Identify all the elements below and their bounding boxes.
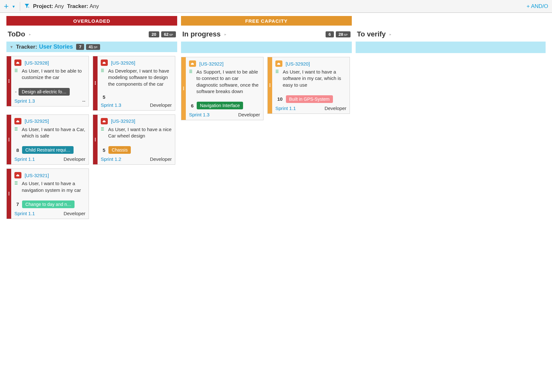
card-assignee[interactable]: Developer <box>150 102 172 108</box>
board: OVERLOADED ToDo ▸ 20 62SP ▼ Tracker: Use… <box>0 13 552 222</box>
filter-project-value[interactable]: Any <box>54 3 64 10</box>
sp-badge: 28SP <box>336 31 351 37</box>
card-id[interactable]: [US-32921] <box>25 173 49 178</box>
column-title: To verify <box>357 30 386 38</box>
card-sprint[interactable]: Sprint 1.1 <box>14 156 35 162</box>
card-assignee[interactable]: Developer <box>150 156 172 162</box>
card-id[interactable]: [US-32926] <box>111 60 135 66</box>
swimlane-spacer <box>181 42 352 53</box>
card-sprint[interactable]: Sprint 1.3 <box>101 102 121 108</box>
card-id[interactable]: [US-32922] <box>199 61 224 67</box>
swimlane-count: 7 <box>76 44 84 50</box>
column-header-inprogress: In progress ▸ 6 28SP <box>181 26 352 42</box>
card-description: As User, I want to have a Car, which is … <box>22 126 85 139</box>
add-andor-button[interactable]: + AND/O <box>526 3 548 10</box>
chevron-down-icon[interactable]: ▾ <box>12 4 15 9</box>
card-id[interactable]: [US-32920] <box>286 61 310 67</box>
card-stripe[interactable]: ••• <box>7 169 11 219</box>
card[interactable]: ••• [US-32921] ☰ As User, I want to have… <box>6 169 89 219</box>
column-todo: OVERLOADED ToDo ▸ 20 62SP ▼ Tracker: Use… <box>6 16 177 219</box>
card-tag[interactable]: Child Restraint requi… <box>22 146 74 154</box>
filter-icon[interactable]: + <box>24 3 30 10</box>
card-id[interactable]: [US-32923] <box>111 118 135 124</box>
card-id[interactable]: [US-32928] <box>25 60 49 66</box>
column-title: ToDo <box>8 30 25 38</box>
card-description: As User, I want to have a navigation sys… <box>22 180 85 193</box>
drag-handle-icon[interactable]: ••• <box>95 81 96 85</box>
card-points: 5 <box>103 94 105 100</box>
cloud-icon <box>101 59 108 66</box>
filter-tracker-value[interactable]: Any <box>90 3 99 10</box>
divider <box>20 2 20 11</box>
card-assignee[interactable]: Developer <box>325 106 346 111</box>
card-assignee[interactable]: -- <box>82 98 85 104</box>
capacity-free: FREE CAPACITY <box>181 16 352 26</box>
card[interactable]: ••• [US-32920] ☰ As User, I want to have… <box>267 57 350 114</box>
card-tag[interactable]: Chassis <box>108 146 131 154</box>
swimlane-header[interactable]: ▼ Tracker: User Stories 7 41SP <box>6 42 177 52</box>
column-toverify: To verify ▸ <box>356 16 546 57</box>
card-assignee[interactable]: Developer <box>238 112 260 117</box>
card-sprint[interactable]: Sprint 1.3 <box>14 98 35 104</box>
filter-project-label: Project: <box>33 3 53 10</box>
card[interactable]: ••• [US-32925] ☰ As User, I want to have… <box>6 114 89 165</box>
drag-handle-icon[interactable]: ••• <box>183 87 184 90</box>
card-points: 6 <box>191 103 193 108</box>
card-stripe[interactable]: ••• <box>268 57 272 114</box>
cloud-icon <box>14 118 21 124</box>
card-stripe[interactable]: ••• <box>93 115 98 165</box>
drag-handle-icon[interactable]: ••• <box>95 138 96 142</box>
card-description: As User, I want to have a nice Car wheel… <box>108 126 172 139</box>
card[interactable]: ••• [US-32928] ☰ As User, I want to be a… <box>6 56 89 106</box>
column-inprogress: FREE CAPACITY In progress ▸ 6 28SP ••• [… <box>181 16 352 120</box>
card-points: 10 <box>277 96 283 102</box>
card-sprint[interactable]: Sprint 1.1 <box>14 211 35 216</box>
list-icon: ☰ <box>101 127 104 139</box>
card-stripe[interactable]: ••• <box>93 56 98 110</box>
card-stripe[interactable]: ••• <box>181 57 186 120</box>
card-assignee[interactable]: Developer <box>64 211 85 216</box>
svg-text:+: + <box>28 6 29 9</box>
cards-inprogress: ••• [US-32922] ☰ As Support, I want to b… <box>181 57 352 120</box>
card-tag[interactable]: Built in GPS-System <box>286 95 333 103</box>
expand-icon[interactable]: ▸ <box>225 32 226 36</box>
card[interactable]: ••• [US-32923] ☰ As User, I want to have… <box>93 114 175 165</box>
column-header-toverify: To verify ▸ <box>356 26 546 42</box>
count-badge: 6 <box>326 31 334 37</box>
card[interactable]: ••• [US-32926] ☰ As Developer, I want to… <box>93 56 175 111</box>
card-points: 5 <box>103 147 105 153</box>
cloud-icon <box>14 172 21 178</box>
swimlane-value[interactable]: User Stories <box>39 43 73 50</box>
drag-handle-icon[interactable]: ••• <box>8 79 10 83</box>
swimlane-sp: 41SP <box>86 44 100 50</box>
cards-todo: ••• [US-32928] ☰ As User, I want to be a… <box>6 56 177 219</box>
card-stripe[interactable]: ••• <box>7 115 11 165</box>
card-tag[interactable]: Design all-electric fo… <box>19 88 70 96</box>
cloud-icon <box>189 60 196 67</box>
expand-icon[interactable]: ▸ <box>390 32 391 36</box>
card-description: As Support, I want to be able to connect… <box>196 69 260 95</box>
card[interactable]: ••• [US-32922] ☰ As Support, I want to b… <box>181 57 264 120</box>
column-title: In progress <box>182 30 221 38</box>
drag-handle-icon[interactable]: ••• <box>8 138 10 142</box>
card-tag[interactable]: Navigation Interface <box>197 102 243 109</box>
add-icon[interactable]: + <box>4 1 9 11</box>
card-sprint[interactable]: Sprint 1.1 <box>275 106 296 111</box>
card-assignee[interactable]: Developer <box>64 156 85 162</box>
count-badge: 20 <box>149 31 159 37</box>
expand-icon[interactable]: ▸ <box>29 32 31 36</box>
card-description: As User, I want to be able to customize … <box>22 68 85 81</box>
list-icon: ☰ <box>14 181 18 193</box>
card-stripe[interactable]: ••• <box>7 56 11 106</box>
drag-handle-icon[interactable]: ••• <box>8 192 10 196</box>
card-sprint[interactable]: Sprint 1.2 <box>101 156 121 162</box>
collapse-icon[interactable]: ▼ <box>10 45 13 49</box>
card-points: 8 <box>16 147 19 153</box>
card-id[interactable]: [US-32925] <box>25 118 49 124</box>
card-sprint[interactable]: Sprint 1.3 <box>189 112 209 117</box>
list-icon: ☰ <box>14 127 18 139</box>
cloud-icon <box>275 60 282 67</box>
column-header-todo: ToDo ▸ 20 62SP <box>6 26 177 42</box>
drag-handle-icon[interactable]: ••• <box>269 83 271 87</box>
card-tag[interactable]: Change to day and n… <box>22 200 75 208</box>
